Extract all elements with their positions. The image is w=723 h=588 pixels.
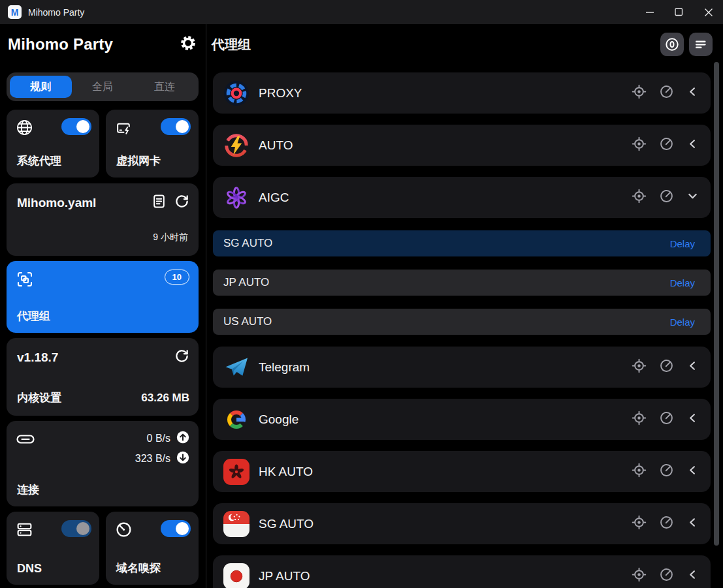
refresh-icon[interactable]	[174, 194, 189, 211]
minimize-icon	[646, 12, 654, 13]
proxy-item-us-auto[interactable]: US AUTO Delay	[213, 309, 711, 335]
chevron-left-icon[interactable]	[686, 568, 699, 583]
tab-global[interactable]: 全局	[72, 76, 134, 98]
arrow-up-circle-icon	[176, 431, 189, 446]
locate-icon[interactable]	[632, 136, 647, 154]
locate-icon[interactable]	[632, 567, 647, 585]
proxy-groups-icon	[16, 270, 34, 291]
delay-test-icon[interactable]	[659, 567, 674, 585]
delay-test-icon[interactable]	[659, 84, 674, 102]
locate-icon[interactable]	[632, 358, 647, 376]
proxy-group-row-telegram[interactable]: Telegram	[213, 347, 711, 388]
locate-icon[interactable]	[632, 84, 647, 102]
list-layout-button[interactable]	[689, 33, 713, 56]
chevron-left-icon[interactable]	[686, 85, 699, 101]
chevron-left-icon[interactable]	[686, 516, 699, 531]
delay-button[interactable]: Delay	[670, 238, 695, 249]
outbound-mode-tabs: 规则 全局 直连	[7, 72, 199, 101]
proxy-item-name: US AUTO	[223, 315, 272, 328]
openai-logo-icon	[223, 185, 249, 211]
flag-jp-icon	[223, 563, 249, 588]
chevron-left-icon[interactable]	[686, 360, 699, 375]
proxy-group-name: SG AUTO	[259, 517, 313, 531]
proxy-item-sg-auto[interactable]: SG AUTO Delay	[213, 230, 711, 256]
proxy-item-jp-auto[interactable]: JP AUTO Delay	[213, 270, 711, 296]
app-logo-icon: M	[8, 5, 22, 19]
proxy-group-row-auto[interactable]: AUTO	[213, 125, 711, 166]
core-card[interactable]: v1.18.7 内核设置 63.26 MB	[7, 338, 199, 416]
tab-direct[interactable]: 直连	[133, 76, 195, 98]
locate-icon[interactable]	[632, 515, 647, 533]
proxy-group-row-proxy[interactable]: PROXY	[213, 72, 711, 114]
chevron-left-icon[interactable]	[686, 138, 699, 153]
delay-test-icon[interactable]	[659, 136, 674, 154]
delay-mode-button[interactable]	[660, 33, 684, 56]
dns-icon	[16, 521, 33, 541]
proxy-group-name: HK AUTO	[259, 465, 313, 479]
core-memory: 63.26 MB	[141, 392, 189, 405]
sniff-icon	[115, 521, 133, 541]
dns-toggle[interactable]	[61, 520, 91, 537]
delay-test-icon[interactable]	[659, 410, 674, 428]
dns-card[interactable]: DNS	[7, 512, 99, 585]
proxy-logo-icon	[223, 80, 249, 106]
virtual-nic-toggle[interactable]	[161, 118, 191, 135]
system-proxy-toggle[interactable]	[61, 118, 91, 135]
zero-circle-icon	[665, 37, 679, 52]
sniff-label: 域名嗅探	[116, 561, 161, 576]
connections-card[interactable]: 0 B/s 323 B/s	[7, 421, 199, 506]
proxy-group-row-hk-auto[interactable]: HK AUTO	[213, 451, 711, 492]
delay-button[interactable]: Delay	[670, 277, 695, 288]
tab-rule[interactable]: 规则	[10, 76, 72, 98]
proxy-group-name: Telegram	[259, 360, 310, 375]
proxy-group-row-google[interactable]: Google	[213, 399, 711, 440]
system-proxy-label: 系统代理	[17, 153, 61, 168]
proxy-groups-label: 代理组	[17, 309, 50, 324]
delay-test-icon[interactable]	[659, 358, 674, 376]
main-panel: 代理组	[206, 24, 723, 588]
close-button[interactable]	[694, 0, 723, 24]
delay-test-icon[interactable]	[659, 515, 674, 533]
sidebar: Mihomo Party 规则 全局 直连 系统代理	[0, 24, 206, 588]
core-version: v1.18.7	[17, 350, 58, 365]
proxy-group-row-aigc[interactable]: AIGC	[213, 177, 711, 218]
maximize-button[interactable]	[664, 0, 694, 24]
chevron-down-icon[interactable]	[686, 190, 699, 205]
minimize-button[interactable]	[635, 0, 664, 24]
arrow-down-circle-icon	[176, 451, 189, 467]
close-icon	[705, 8, 713, 16]
sidebar-item-proxy-groups[interactable]: 10 代理组	[7, 261, 199, 333]
core-refresh-icon[interactable]	[174, 348, 189, 366]
locate-icon[interactable]	[632, 410, 647, 428]
google-logo-icon	[223, 407, 249, 433]
virtual-nic-card[interactable]: 虚拟网卡	[106, 110, 199, 178]
locate-icon[interactable]	[632, 463, 647, 480]
sniff-card[interactable]: 域名嗅探	[106, 512, 199, 585]
proxy-group-count-badge: 10	[165, 270, 189, 285]
system-proxy-card[interactable]: 系统代理	[7, 110, 99, 178]
locate-icon[interactable]	[632, 189, 647, 206]
settings-gear-icon[interactable]	[180, 35, 197, 54]
app-title: Mihomo Party	[8, 35, 113, 54]
file-text-icon[interactable]	[152, 194, 167, 211]
telegram-logo-icon	[223, 354, 249, 380]
sniff-toggle[interactable]	[161, 520, 191, 537]
profile-updated: 9 小时前	[153, 232, 188, 243]
window-title: Mihomo Party	[28, 7, 84, 18]
chevron-left-icon[interactable]	[686, 412, 699, 427]
virtual-nic-icon	[115, 119, 133, 139]
chevron-left-icon[interactable]	[686, 464, 699, 479]
title-bar[interactable]: M Mihomo Party	[0, 0, 723, 24]
delay-test-icon[interactable]	[659, 463, 674, 480]
scrollbar[interactable]	[714, 62, 719, 546]
proxy-group-name: AUTO	[259, 138, 293, 153]
dns-label: DNS	[17, 562, 42, 576]
delay-button[interactable]: Delay	[670, 317, 695, 328]
delay-test-icon[interactable]	[659, 189, 674, 206]
profile-card[interactable]: Mihomo.yaml 9	[7, 183, 199, 256]
proxy-group-row-jp-auto[interactable]: JP AUTO	[213, 555, 711, 588]
page-title: 代理组	[212, 36, 251, 54]
profile-name: Mihomo.yaml	[17, 196, 96, 210]
proxy-group-list: PROXY	[213, 62, 711, 588]
proxy-group-row-sg-auto[interactable]: SG AUTO	[213, 503, 711, 544]
